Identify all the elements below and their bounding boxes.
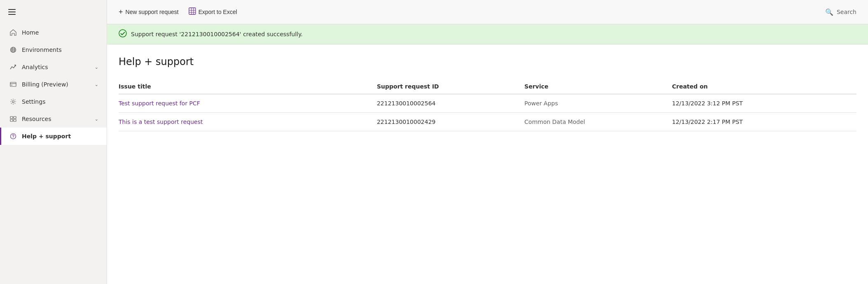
sidebar-header [0, 0, 107, 24]
analytics-icon [9, 63, 17, 71]
svg-rect-10 [14, 116, 16, 119]
new-support-request-button[interactable]: + New support request [119, 8, 179, 16]
support-request-id: 2212130010002429 [377, 113, 524, 131]
billing-icon [9, 81, 17, 88]
support-table: Issue title Support request ID Service C… [119, 79, 856, 131]
column-header-issue: Issue title [119, 79, 377, 94]
created-on: 12/13/2022 3:12 PM PST [672, 94, 856, 113]
created-on: 12/13/2022 2:17 PM PST [672, 113, 856, 131]
page-title: Help + support [119, 56, 856, 68]
export-to-excel-label: Export to Excel [198, 9, 237, 15]
analytics-chevron-icon: ⌄ [95, 65, 98, 70]
svg-rect-9 [10, 116, 13, 119]
sidebar-item-resources[interactable]: Resources ⌄ [0, 110, 107, 128]
sidebar-item-billing-label: Billing (Preview) [22, 81, 90, 88]
sidebar-item-help-support-label: Help + support [22, 133, 98, 140]
search-label: Search [837, 9, 856, 15]
svg-rect-5 [10, 82, 16, 86]
issue-title-link[interactable]: This is a test support request [119, 119, 203, 125]
home-icon [9, 29, 17, 36]
column-header-created: Created on [672, 79, 856, 94]
plus-icon: + [119, 8, 123, 16]
export-to-excel-button[interactable]: Export to Excel [189, 7, 237, 16]
issue-title-link[interactable]: Test support request for PCF [119, 100, 200, 107]
sidebar: Home Environments [0, 0, 107, 284]
success-icon [119, 29, 127, 39]
svg-point-14 [13, 137, 13, 138]
billing-chevron-icon: ⌄ [95, 82, 98, 87]
search-button[interactable]: 🔍 Search [825, 8, 856, 16]
sidebar-item-environments-label: Environments [22, 47, 98, 53]
table-header: Issue title Support request ID Service C… [119, 79, 856, 94]
sidebar-item-help-support[interactable]: Help + support [0, 128, 107, 145]
toolbar: + New support request Export to Excel 🔍 … [107, 0, 868, 24]
sidebar-item-settings-label: Settings [22, 98, 98, 105]
table-body: Test support request for PCF221213001000… [119, 94, 856, 131]
resources-icon [9, 115, 17, 123]
svg-point-20 [119, 30, 126, 37]
table-row: This is a test support request2212130010… [119, 113, 856, 131]
svg-rect-12 [14, 119, 16, 121]
svg-point-8 [12, 101, 14, 103]
settings-icon [9, 98, 17, 105]
service-name: Power Apps [525, 94, 672, 113]
column-header-id: Support request ID [377, 79, 524, 94]
sidebar-item-analytics[interactable]: Analytics ⌄ [0, 58, 107, 76]
success-message: Support request '2212130010002564' creat… [131, 31, 303, 37]
help-support-icon [9, 133, 17, 140]
svg-rect-7 [11, 85, 12, 86]
new-support-request-label: New support request [126, 9, 179, 15]
svg-rect-11 [10, 119, 13, 121]
table-row: Test support request for PCF221213001000… [119, 94, 856, 113]
sidebar-nav: Home Environments [0, 24, 107, 284]
sidebar-item-home-label: Home [22, 29, 98, 36]
service-name: Common Data Model [525, 113, 672, 131]
main-content: + New support request Export to Excel 🔍 … [107, 0, 868, 284]
page-content: Help + support Issue title Support reque… [107, 44, 868, 284]
hamburger-menu-button[interactable] [7, 7, 17, 16]
sidebar-item-environments[interactable]: Environments [0, 41, 107, 58]
search-icon: 🔍 [825, 8, 833, 16]
sidebar-item-settings[interactable]: Settings [0, 93, 107, 110]
svg-rect-15 [189, 8, 196, 14]
success-banner: Support request '2212130010002564' creat… [107, 24, 868, 44]
table-header-row: Issue title Support request ID Service C… [119, 79, 856, 94]
resources-chevron-icon: ⌄ [95, 116, 98, 122]
sidebar-item-billing[interactable]: Billing (Preview) ⌄ [0, 76, 107, 93]
support-request-id: 2212130010002564 [377, 94, 524, 113]
sidebar-item-home[interactable]: Home [0, 24, 107, 41]
column-header-service: Service [525, 79, 672, 94]
excel-icon [189, 7, 196, 16]
sidebar-item-resources-label: Resources [22, 116, 90, 122]
sidebar-item-analytics-label: Analytics [22, 64, 90, 70]
globe-icon [9, 46, 17, 54]
